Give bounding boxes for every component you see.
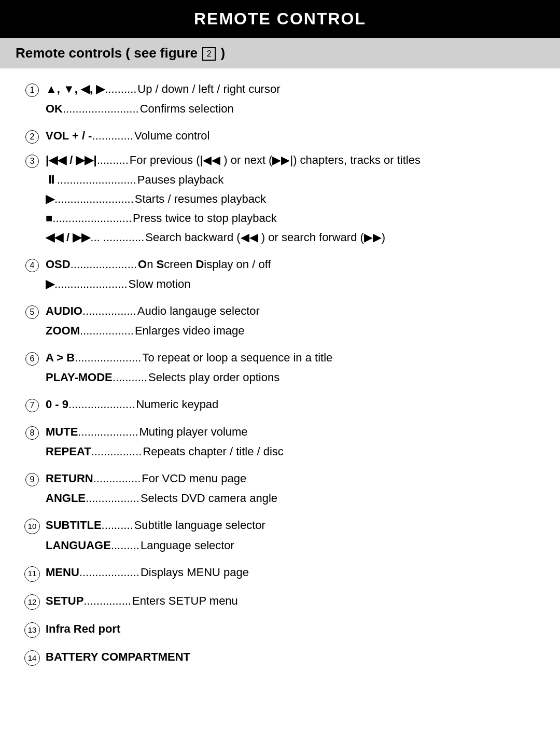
item-row-3-3: ▶.........................Starts / resum… — [46, 189, 539, 208]
item-group-2: 2 VOL + / -.............Volume control — [21, 125, 539, 146]
item-group-5: 5 AUDIO .................Audio langauge … — [21, 301, 539, 343]
item-label-8-1: MUTE — [46, 423, 78, 440]
item-row-3-2: ⏸.........................Pauses playbac… — [46, 170, 539, 189]
item-num-1: 1 — [21, 82, 46, 97]
item-row-5-2: ZOOM .................Enlarges video ima… — [46, 321, 539, 340]
item-num-14: 14 — [21, 649, 46, 666]
item-group-14: 14 BATTERY COMPARTMENT — [21, 647, 539, 667]
item-label-13-1: Infra Red port — [46, 620, 120, 637]
item-row-1-2: OK........................Confirms selec… — [46, 99, 539, 118]
item-row-2-1: 2 VOL + / -.............Volume control — [21, 125, 539, 146]
item-label-1-1: ▲, ▼, ◀, ▶ — [46, 80, 105, 97]
item-group-8: 8 MUTE...................Muting player v… — [21, 422, 539, 464]
item-row-4-2: ▶ .......................Slow motion — [46, 274, 539, 294]
item-num-6: 6 — [21, 351, 46, 366]
item-label-3-2: ⏸ — [46, 171, 57, 188]
item-group-11: 11 MENU...................Displays MENU … — [21, 562, 539, 586]
item-group-4: 4 OSD.....................On Screen Disp… — [21, 254, 539, 297]
item-label-8-2: REPEAT — [46, 443, 91, 460]
item-row-7-1: 7 0 - 9.....................Numeric keyp… — [21, 394, 539, 414]
item-row-1-1: 1 ▲, ▼, ◀, ▶..........Up / down / left /… — [21, 79, 539, 99]
item-group-13: 13 Infra Red port — [21, 619, 539, 643]
item-label-4-2: ▶ — [46, 275, 54, 292]
item-label-10-1: SUBTITLE — [46, 516, 102, 534]
item-row-10-1: 10 SUBTITLE ..........Subtitle language … — [21, 515, 539, 536]
item-row-13-1: 13 Infra Red port — [21, 619, 539, 639]
item-label-12-1: SETUP — [46, 592, 83, 609]
item-label-4-1: OSD — [46, 256, 71, 273]
item-row-5-1: 5 AUDIO .................Audio langauge … — [21, 301, 539, 321]
item-row-3-1: 3 |◀◀ / ▶▶| ..........For previous (|◀◀ … — [21, 150, 539, 170]
item-row-9-1: 9 RETURN ...............For VCD menu pag… — [21, 468, 539, 488]
item-num-7: 7 — [21, 398, 46, 412]
item-num-9: 9 — [21, 472, 46, 486]
item-label-1-2: OK — [46, 100, 63, 117]
item-label-9-1: RETURN — [46, 470, 93, 487]
item-row-9-2: ANGLE.................Selects DVD camera… — [46, 488, 539, 508]
item-num-10: 10 — [21, 518, 46, 534]
item-group-12: 12 SETUP ...............Enters SETUP men… — [21, 591, 539, 615]
item-label-6-2: PLAY-MODE — [46, 369, 113, 386]
item-label-6-1: A > B — [46, 349, 75, 366]
item-group-6: 6 A > B.....................To repeat or… — [21, 347, 539, 390]
section-header: Remote controls ( see figure 2 ) — [0, 38, 560, 68]
item-label-5-2: ZOOM — [46, 322, 80, 339]
item-num-11: 11 — [21, 565, 46, 582]
section-title: Remote controls ( see figure 2 ) — [16, 45, 225, 61]
item-row-11-1: 11 MENU...................Displays MENU … — [21, 562, 539, 583]
item-row-4-1: 4 OSD.....................On Screen Disp… — [21, 254, 539, 274]
item-row-12-1: 12 SETUP ...............Enters SETUP men… — [21, 591, 539, 611]
item-group-9: 9 RETURN ...............For VCD menu pag… — [21, 468, 539, 511]
item-num-3: 3 — [21, 153, 46, 168]
item-group-1: 1 ▲, ▼, ◀, ▶..........Up / down / left /… — [21, 79, 539, 121]
item-num-2: 2 — [21, 129, 46, 144]
page-header: REMOTE CONTROL — [0, 0, 560, 38]
content-area: 1 ▲, ▼, ◀, ▶..........Up / down / left /… — [0, 74, 560, 692]
item-num-4: 4 — [21, 258, 46, 272]
item-group-10: 10 SUBTITLE ..........Subtitle language … — [21, 515, 539, 558]
page-title: REMOTE CONTROL — [194, 9, 366, 28]
item-row-8-2: REPEAT ................Repeats chapter /… — [46, 442, 539, 461]
item-row-8-1: 8 MUTE...................Muting player v… — [21, 422, 539, 442]
item-label-3-1: |◀◀ / ▶▶| — [46, 151, 97, 169]
item-label-2-1: VOL + / - — [46, 127, 92, 144]
item-label-5-1: AUDIO — [46, 302, 82, 319]
item-label-10-2: LANGUAGE — [46, 537, 111, 554]
item-row-3-4: ■.........................Press twice to… — [46, 208, 539, 228]
item-row-10-2: LANGUAGE .........Language selector — [46, 536, 539, 555]
item-row-14-1: 14 BATTERY COMPARTMENT — [21, 647, 539, 667]
item-group-7: 7 0 - 9.....................Numeric keyp… — [21, 394, 539, 417]
item-label-3-4: ■ — [46, 210, 52, 227]
item-label-7-1: 0 - 9 — [46, 396, 68, 413]
item-label-3-3: ▶ — [46, 190, 54, 207]
item-num-5: 5 — [21, 304, 46, 319]
item-row-6-2: PLAY-MODE ...........Selects play order … — [46, 368, 539, 387]
item-label-11-1: MENU — [46, 564, 79, 581]
item-group-3: 3 |◀◀ / ▶▶| ..........For previous (|◀◀ … — [21, 150, 539, 250]
item-row-6-1: 6 A > B.....................To repeat or… — [21, 347, 539, 368]
item-num-12: 12 — [21, 593, 46, 610]
figure-box: 2 — [202, 47, 216, 61]
item-row-3-5: ◀◀ / ▶▶... .............Search backward … — [46, 228, 539, 247]
item-label-3-5: ◀◀ / ▶▶ — [46, 229, 90, 246]
item-num-13: 13 — [21, 621, 46, 638]
item-label-14-1: BATTERY COMPARTMENT — [46, 648, 190, 665]
section-title-text: Remote controls ( see figure — [16, 45, 201, 61]
item-num-8: 8 — [21, 425, 46, 440]
item-label-9-2: ANGLE — [46, 490, 86, 507]
